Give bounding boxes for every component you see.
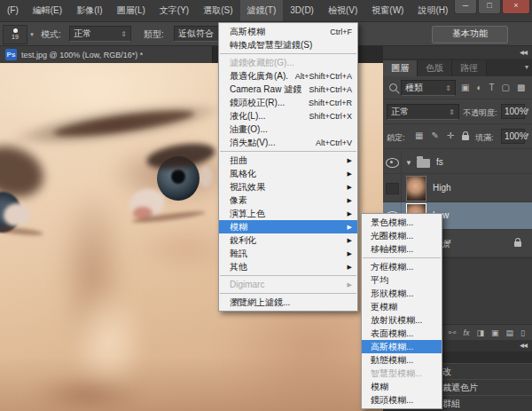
menu-type[interactable]: 文字(Y) <box>153 0 196 21</box>
layer-name[interactable]: High <box>433 183 451 193</box>
lock-paint-icon[interactable] <box>431 130 438 141</box>
menu-help[interactable]: 說明(H) <box>411 0 455 21</box>
menu-item-oil-paint[interactable]: 油畫(O)... <box>219 123 357 136</box>
menu-separator <box>220 53 356 54</box>
tab-layers[interactable]: 圖層 <box>383 60 418 76</box>
menu-item-label: 濾鏡收藏館(G)... <box>230 57 352 69</box>
layer-row-high[interactable]: High <box>383 174 532 202</box>
menu-item-liquify[interactable]: 液化(L)... Shift+Ctrl+X <box>219 109 357 123</box>
document-title: test.jpg @ 100% (Low, RGB/16*) * <box>21 51 143 59</box>
layer-thumbnail[interactable] <box>406 176 426 202</box>
menu-item-other[interactable]: 其他 ▶ <box>219 260 357 273</box>
menu-item-blur[interactable]: 模糊 ▶ <box>219 220 357 233</box>
adjustment-layer-filter-icon[interactable] <box>476 83 481 93</box>
submenu-item-gaussian-blur[interactable]: 高斯模糊... <box>362 340 442 353</box>
menu-filter[interactable]: 濾鏡(T) <box>240 0 284 21</box>
maximize-button[interactable]: □ <box>478 0 501 14</box>
collapse-to-icons-icon[interactable] <box>520 47 527 57</box>
layer-style-fx-icon[interactable] <box>463 328 469 337</box>
menu-item-label: 銳利化 <box>230 234 345 247</box>
opacity-value[interactable]: 100% <box>501 104 525 119</box>
submenu-item-average[interactable]: 平均 <box>362 273 442 287</box>
menu-item-browse-filters-online[interactable]: 瀏覽網上濾鏡... <box>219 296 357 309</box>
submenu-item-tilt-shift-blur[interactable]: 移軸模糊... <box>362 242 442 256</box>
menu-file[interactable]: (F) <box>0 0 26 21</box>
brush-tip-icon <box>13 28 18 33</box>
kind-filter-select[interactable]: 種類 <box>401 80 456 96</box>
layer-group-row[interactable]: ▼ fs <box>383 151 532 174</box>
menu-item-camera-raw[interactable]: Camera Raw 濾鏡(C)... Shift+Ctrl+A <box>219 83 357 96</box>
menu-window[interactable]: 視窗(W) <box>364 0 411 21</box>
menu-item-stylize[interactable]: 風格化 ▶ <box>219 167 357 180</box>
fill-value[interactable]: 100% <box>501 129 525 144</box>
lock-transparent-icon[interactable] <box>415 130 423 141</box>
visibility-empty-well[interactable] <box>386 183 399 194</box>
menu-item-label: 鏡頭模糊... <box>371 394 436 407</box>
menu-item-vanishing-point[interactable]: 消失點(V)... Alt+Ctrl+V <box>219 136 357 149</box>
submenu-item-motion-blur[interactable]: 動態模糊... <box>362 353 442 367</box>
menu-item-convert-smart-filters[interactable]: 轉換成智慧型濾鏡(S) <box>219 38 357 51</box>
menu-item-gaussian-blur-repeat[interactable]: 高斯模糊 Ctrl+F <box>219 25 357 38</box>
brush-picker-dropdown-icon[interactable] <box>27 25 36 44</box>
visibility-column <box>383 151 402 173</box>
minimize-button[interactable]: ─ <box>454 0 477 14</box>
brush-size-value: 19 <box>4 34 27 40</box>
close-button[interactable]: × <box>502 0 530 14</box>
menu-item-label: 形狀模糊... <box>371 288 436 300</box>
collapse-to-icons-icon[interactable] <box>520 340 527 350</box>
tab-channels[interactable]: 色版 <box>418 60 452 76</box>
menu-separator <box>220 275 356 276</box>
dropdown-arrow-icon[interactable] <box>526 107 529 114</box>
submenu-item-box-blur[interactable]: 方框模糊... <box>362 260 442 273</box>
menu-item-video[interactable]: 視訊效果 ▶ <box>219 180 357 194</box>
menu-layer[interactable]: 圖層(L) <box>110 0 153 21</box>
lock-all-icon[interactable] <box>462 135 469 140</box>
submenu-item-surface-blur[interactable]: 表面模糊... <box>362 327 442 340</box>
group-expand-icon[interactable]: ▼ <box>405 159 412 167</box>
pixel-layer-filter-icon[interactable] <box>461 83 469 93</box>
menu-item-sharpen[interactable]: 銳利化 ▶ <box>219 233 357 247</box>
submenu-item-blur-more[interactable]: 更模糊 <box>362 300 442 313</box>
blend-mode-select[interactable]: 正常 <box>387 104 459 120</box>
mode-select[interactable]: 正常 <box>69 26 131 42</box>
new-layer-icon[interactable] <box>506 328 514 337</box>
menu-image[interactable]: 影像(I) <box>69 0 109 21</box>
dropdown-arrow-icon[interactable] <box>526 131 529 138</box>
submenu-item-shape-blur[interactable]: 形狀模糊... <box>362 287 442 300</box>
smart-object-filter-icon[interactable] <box>517 83 525 93</box>
panel-menu-icon[interactable] <box>525 63 528 71</box>
lock-position-icon[interactable] <box>447 130 454 141</box>
submenu-item-field-blur[interactable]: 景色模糊... <box>362 216 442 229</box>
menu-3d[interactable]: 3D(D) <box>283 0 321 21</box>
submenu-item-radial-blur[interactable]: 放射狀模糊... <box>362 313 442 327</box>
new-group-icon[interactable] <box>491 328 499 337</box>
menu-item-noise[interactable]: 雜訊 ▶ <box>219 247 357 260</box>
layer-mask-icon[interactable] <box>477 328 485 337</box>
menu-edit[interactable]: 編輯(E) <box>26 0 69 21</box>
menu-item-adaptive-wide-angle[interactable]: 最適化廣角(A)... Alt+Shift+Ctrl+A <box>219 69 357 83</box>
menu-item-distort[interactable]: 扭曲 ▶ <box>219 154 357 167</box>
submenu-arrow-icon: ▶ <box>345 250 352 257</box>
visibility-eye-icon[interactable] <box>386 158 399 168</box>
delete-layer-icon[interactable] <box>520 328 525 337</box>
submenu-item-blur[interactable]: 模糊 <box>362 380 442 393</box>
menu-item-label: 智慧型模糊... <box>371 368 436 380</box>
brush-preset-picker[interactable]: 19 <box>3 25 27 44</box>
menu-item-render[interactable]: 演算上色 ▶ <box>219 207 357 220</box>
tab-paths[interactable]: 路徑 <box>452 60 487 76</box>
document-tab[interactable]: Ps test.jpg @ 100% (Low, RGB/16*) * <box>0 46 213 63</box>
group-name[interactable]: fs <box>436 157 443 167</box>
workspace-switcher-button[interactable]: 基本功能 <box>432 26 508 43</box>
menu-view[interactable]: 檢視(V) <box>321 0 364 21</box>
submenu-item-iris-blur[interactable]: 光圈模糊... <box>362 229 442 242</box>
type-layer-filter-icon[interactable] <box>489 83 495 93</box>
submenu-arrow-icon: ▶ <box>345 157 352 164</box>
menu-item-lens-correction[interactable]: 鏡頭校正(R)... Shift+Ctrl+R <box>219 96 357 109</box>
shape-layer-filter-icon[interactable] <box>502 83 510 93</box>
menu-item-label: 表面模糊... <box>371 328 436 340</box>
submenu-item-lens-blur[interactable]: 鏡頭模糊... <box>362 393 442 407</box>
menu-item-pixelate[interactable]: 像素 ▶ <box>219 194 357 207</box>
menu-shortcut: Ctrl+F <box>330 28 352 36</box>
menu-select[interactable]: 選取(S) <box>196 0 239 21</box>
link-layers-icon[interactable] <box>448 328 456 337</box>
